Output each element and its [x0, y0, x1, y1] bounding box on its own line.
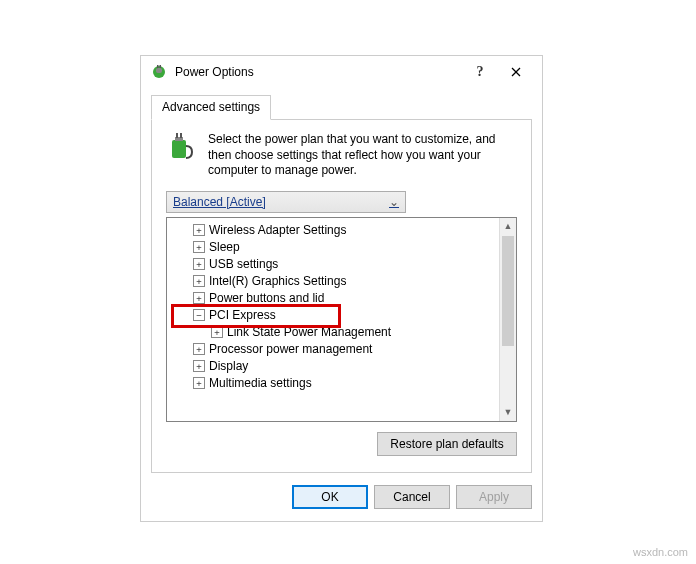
- svg-rect-9: [180, 133, 182, 138]
- tree-item-power-buttons[interactable]: + Power buttons and lid: [187, 290, 514, 307]
- svg-rect-8: [176, 133, 178, 138]
- svg-rect-3: [156, 68, 162, 73]
- tree-scrollbar[interactable]: ▲ ▼: [499, 218, 516, 421]
- tab-advanced-settings[interactable]: Advanced settings: [151, 95, 271, 120]
- power-options-dialog: Power Options ? Advanced settings Select…: [140, 55, 543, 522]
- svg-rect-6: [172, 140, 186, 158]
- tree-item-usb[interactable]: + USB settings: [187, 256, 514, 273]
- expand-icon[interactable]: +: [193, 275, 205, 287]
- power-plug-icon: [151, 64, 167, 80]
- cancel-button[interactable]: Cancel: [374, 485, 450, 509]
- expand-icon[interactable]: +: [193, 241, 205, 253]
- watermark-text: wsxdn.com: [633, 546, 688, 558]
- dialog-button-row: OK Cancel Apply: [141, 473, 542, 521]
- scroll-down-icon[interactable]: ▼: [500, 404, 516, 421]
- expand-icon[interactable]: +: [193, 224, 205, 236]
- power-plan-dropdown[interactable]: Balanced [Active] ⌄: [166, 191, 406, 213]
- tab-strip: Advanced settings: [151, 94, 532, 120]
- window-title: Power Options: [175, 65, 462, 79]
- power-plan-selected: Balanced [Active]: [173, 195, 266, 209]
- ok-button[interactable]: OK: [292, 485, 368, 509]
- expand-icon[interactable]: +: [193, 377, 205, 389]
- scroll-up-icon[interactable]: ▲: [500, 218, 516, 235]
- restore-defaults-button[interactable]: Restore plan defaults: [377, 432, 517, 456]
- settings-tree: + Wireless Adapter Settings + Sleep + US…: [166, 217, 517, 422]
- tree-item-processor[interactable]: + Processor power management: [187, 341, 514, 358]
- scrollbar-thumb[interactable]: [502, 236, 514, 346]
- expand-icon[interactable]: +: [193, 292, 205, 304]
- expand-icon[interactable]: +: [193, 360, 205, 372]
- help-button[interactable]: ?: [462, 59, 498, 85]
- tree-item-multimedia[interactable]: + Multimedia settings: [187, 375, 514, 392]
- battery-plug-icon: [166, 132, 198, 164]
- chevron-down-icon: ⌄: [389, 195, 399, 209]
- tree-item-wireless-adapter[interactable]: + Wireless Adapter Settings: [187, 222, 514, 239]
- apply-button: Apply: [456, 485, 532, 509]
- expand-icon[interactable]: +: [193, 343, 205, 355]
- titlebar: Power Options ?: [141, 56, 542, 88]
- tree-item-intel-graphics[interactable]: + Intel(R) Graphics Settings: [187, 273, 514, 290]
- description-text: Select the power plan that you want to c…: [208, 132, 517, 179]
- tab-content: Select the power plan that you want to c…: [151, 120, 532, 473]
- collapse-icon[interactable]: −: [193, 309, 205, 321]
- tree-item-sleep[interactable]: + Sleep: [187, 239, 514, 256]
- expand-icon[interactable]: +: [193, 258, 205, 270]
- close-button[interactable]: [498, 59, 534, 85]
- expand-icon[interactable]: +: [211, 326, 223, 338]
- tree-item-pci-express[interactable]: − PCI Express: [187, 307, 514, 324]
- close-icon: [511, 67, 521, 77]
- tree-item-display[interactable]: + Display: [187, 358, 514, 375]
- tree-item-link-state[interactable]: + Link State Power Management: [205, 324, 514, 341]
